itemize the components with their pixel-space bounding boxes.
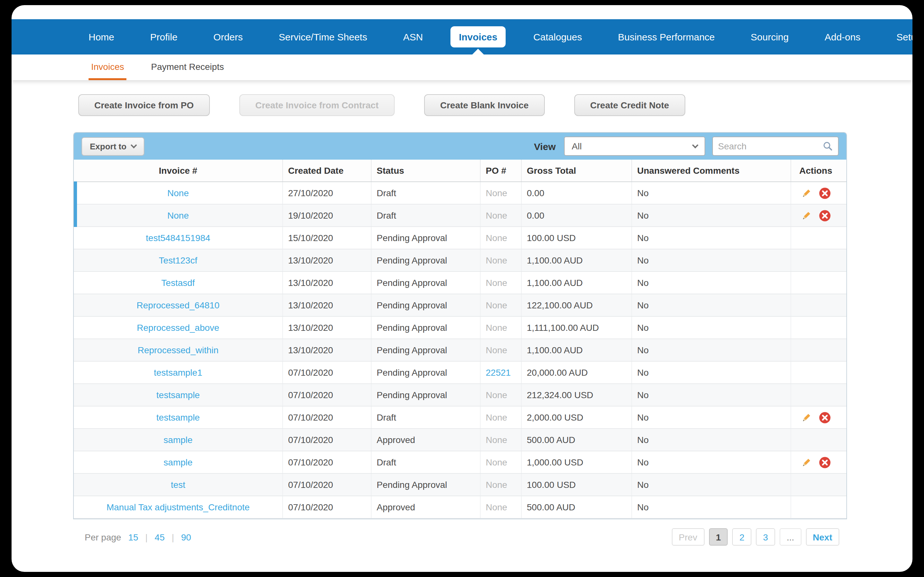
unanswered-comments-cell: No <box>632 317 791 338</box>
invoice-link[interactable]: Reprocessed_within <box>137 345 218 355</box>
created-date-cell: 19/10/2020 <box>283 205 372 226</box>
pagination-page-1[interactable]: 1 <box>709 528 728 546</box>
status-cell: Pending Approval <box>372 362 481 384</box>
pagination-ellipsis-button[interactable]: ... <box>780 528 801 546</box>
nav-item-asn[interactable]: ASN <box>385 19 441 55</box>
delete-icon[interactable] <box>819 210 831 221</box>
created-date-cell: 13/10/2020 <box>283 250 372 271</box>
gross-total-cell: 500.00 AUD <box>522 429 632 451</box>
nav-item-catalogues[interactable]: Catalogues <box>515 19 600 55</box>
invoice-link[interactable]: testsample <box>156 390 200 400</box>
nav-item-profile[interactable]: Profile <box>132 19 195 55</box>
unanswered-comments-cell: No <box>632 182 791 204</box>
invoice-cell: testsample <box>74 384 283 406</box>
create-credit-note-button[interactable]: Create Credit Note <box>574 94 685 116</box>
nav-item-service-time-sheets[interactable]: Service/Time Sheets <box>261 19 385 55</box>
actions-cell <box>791 272 846 293</box>
unanswered-comments-cell: No <box>632 250 791 271</box>
invoice-cell: Manual Tax adjustments_Creditnote <box>74 496 283 518</box>
unanswered-comments-cell: No <box>632 339 791 361</box>
nav-item-orders[interactable]: Orders <box>195 19 261 55</box>
po-number-cell: None <box>481 182 522 204</box>
invoice-link[interactable]: sample <box>164 457 192 467</box>
status-cell: Draft <box>372 205 481 226</box>
edit-pencil-icon[interactable] <box>801 412 813 423</box>
invoice-cell: Reprocessed_above <box>74 317 283 338</box>
per-page-control: Per page 15|45|90 <box>85 532 191 542</box>
nav-item-business-performance[interactable]: Business Performance <box>600 19 733 55</box>
delete-icon[interactable] <box>819 456 831 468</box>
edit-pencil-icon[interactable] <box>801 456 813 468</box>
pagination-page-3[interactable]: 3 <box>756 528 775 546</box>
po-number-cell: None <box>481 205 522 226</box>
created-date-cell: 07/10/2020 <box>283 429 372 451</box>
create-blank-invoice-button[interactable]: Create Blank Invoice <box>424 94 544 116</box>
po-number-text: None <box>486 277 507 288</box>
nav-item-add-ons[interactable]: Add-ons <box>806 19 879 55</box>
delete-icon[interactable] <box>819 187 831 199</box>
nav-item-setup[interactable]: Setup <box>879 19 913 55</box>
gross-total-cell: 20,000.00 AUD <box>522 362 632 384</box>
invoice-link[interactable]: Manual Tax adjustments_Creditnote <box>107 502 250 512</box>
invoice-link[interactable]: Reprocessed_64810 <box>137 300 220 310</box>
nav-item-home[interactable]: Home <box>71 19 132 55</box>
created-date-cell: 07/10/2020 <box>283 496 372 518</box>
invoice-cell: sample <box>74 451 283 473</box>
column-header-invoice: Invoice # <box>74 160 283 181</box>
table-row: test07/10/2020Pending ApprovalNone100.00… <box>74 474 846 496</box>
nav-item-sourcing[interactable]: Sourcing <box>733 19 806 55</box>
pagination-page-2[interactable]: 2 <box>732 528 752 546</box>
invoice-link[interactable]: Testasdf <box>162 277 195 288</box>
created-date-cell: 13/10/2020 <box>283 317 372 338</box>
invoice-link[interactable]: Reprocessed_above <box>137 322 220 333</box>
search-icon[interactable] <box>822 141 833 151</box>
delete-icon[interactable] <box>819 411 831 424</box>
actions-cell <box>791 362 846 384</box>
created-date-cell: 15/10/2020 <box>283 227 372 249</box>
per-page-option-45[interactable]: 45 <box>155 532 165 542</box>
status-cell: Draft <box>372 182 481 204</box>
table-row: testsample07/10/2020DraftNone2,000.00 US… <box>74 406 846 429</box>
actions-cell <box>791 317 846 338</box>
invoice-link[interactable]: test5484151984 <box>146 233 210 243</box>
invoice-link[interactable]: None <box>168 210 189 221</box>
per-page-option-90[interactable]: 90 <box>181 532 191 542</box>
invoice-link[interactable]: testsample <box>156 412 200 422</box>
per-page-option-15[interactable]: 15 <box>128 532 138 542</box>
invoice-cell: test5484151984 <box>74 227 283 249</box>
table-row: test548415198415/10/2020Pending Approval… <box>74 227 846 250</box>
created-date-cell: 13/10/2020 <box>283 294 372 316</box>
search-input[interactable] <box>718 141 822 151</box>
subnav-item-invoices[interactable]: Invoices <box>89 55 127 80</box>
unanswered-comments-cell: No <box>632 294 791 316</box>
invoice-link[interactable]: testsample1 <box>154 367 202 378</box>
pagination-prev-button: Prev <box>672 528 704 546</box>
nav-item-label: Add-ons <box>816 26 869 47</box>
po-number-cell: None <box>481 474 522 496</box>
subnav-item-payment-receipts[interactable]: Payment Receipts <box>149 55 226 80</box>
invoice-link[interactable]: None <box>168 188 189 198</box>
status-cell: Pending Approval <box>372 272 481 293</box>
view-select[interactable]: All <box>564 137 705 156</box>
invoice-cell: test <box>74 474 283 496</box>
pagination-next-button[interactable]: Next <box>806 528 839 546</box>
create-invoice-from-po-button[interactable]: Create Invoice from PO <box>78 94 210 116</box>
invoice-link[interactable]: Test123cf <box>159 255 197 266</box>
nav-item-label: Invoices <box>451 26 506 47</box>
po-number-text: None <box>486 390 507 400</box>
top-navigation: HomeProfileOrdersService/Time SheetsASNI… <box>11 19 913 55</box>
invoice-cell: Testasdf <box>74 272 283 293</box>
edit-pencil-icon[interactable] <box>801 187 813 199</box>
invoices-table-panel: Export to View All <box>73 132 847 519</box>
nav-item-invoices[interactable]: Invoices <box>441 19 515 55</box>
chevron-down-icon <box>131 142 137 148</box>
invoice-cell: Test123cf <box>74 250 283 271</box>
invoice-cell: testsample <box>74 406 283 428</box>
invoice-link[interactable]: sample <box>164 435 192 445</box>
invoice-link[interactable]: test <box>171 480 185 490</box>
edit-pencil-icon[interactable] <box>801 210 813 221</box>
table-row: Reprocessed_above13/10/2020Pending Appro… <box>74 317 846 339</box>
po-number-link[interactable]: 22521 <box>486 367 511 378</box>
export-to-button[interactable]: Export to <box>81 137 144 155</box>
po-number-text: None <box>486 457 507 467</box>
